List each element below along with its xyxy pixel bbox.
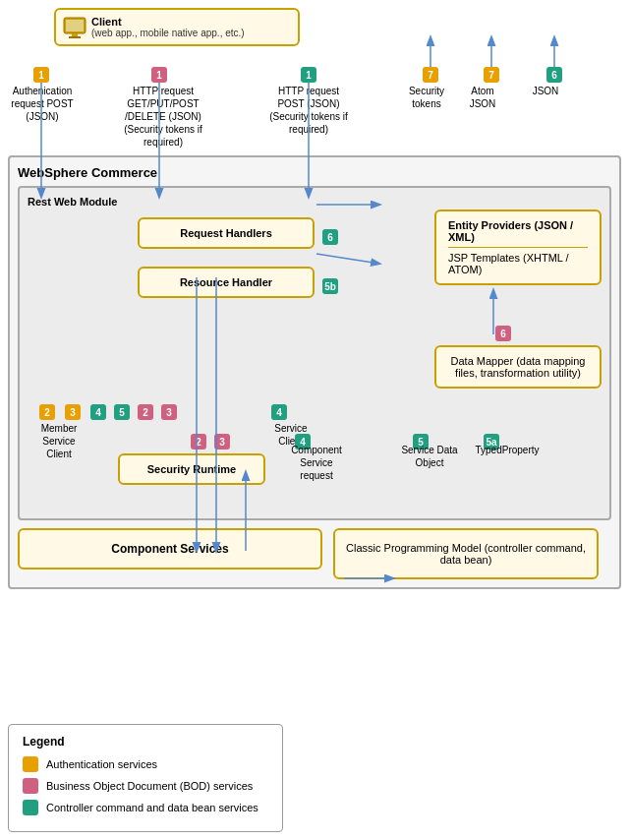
entity-providers-label: Entity Providers (JSON / XML)	[448, 219, 588, 248]
legend-box: Legend Authentication services Business …	[8, 724, 283, 832]
legend-dot-ctrl	[23, 800, 38, 815]
label-component-service-req: Component Service request	[283, 444, 350, 482]
badge-3b: 3	[161, 404, 177, 420]
client-box: Client (web app., mobile native app., et…	[54, 8, 300, 46]
badge-2a: 2	[39, 404, 55, 420]
classic-programming-box: Classic Programming Model (controller co…	[333, 528, 599, 579]
badge-4b: 4	[271, 404, 287, 420]
badge-3c: 3	[214, 434, 230, 450]
label-auth-request: Authenication request POST (JSON)	[8, 85, 77, 123]
rest-web-module-box: Rest Web Module Request Handlers Resourc…	[18, 186, 611, 520]
client-icon	[62, 16, 89, 43]
badge-7a-orange: 7	[423, 67, 438, 83]
badge-1-orange: 1	[33, 67, 49, 83]
badge-6-teal: 6	[546, 67, 562, 83]
legend-item-ctrl: Controller command and data bean service…	[23, 800, 268, 815]
websphere-commerce-box: WebSphere Commerce Rest Web Module Reque…	[8, 155, 621, 589]
entity-providers-box: Entity Providers (JSON / XML) JSP Templa…	[434, 210, 602, 285]
label-http-request: HTTP request GET/PUT/POST /DELETE (JSON)…	[124, 85, 202, 149]
legend-label-ctrl: Controller command and data bean service…	[46, 802, 258, 813]
label-member-service: Member Service Client	[29, 422, 88, 460]
legend-item-auth: Authentication services	[23, 756, 268, 772]
label-http-post: HTTP request POST (JSON) (Security token…	[269, 85, 348, 136]
legend-dot-auth	[23, 756, 38, 772]
svg-rect-2	[69, 36, 81, 38]
badge-5b: 5b	[322, 278, 338, 294]
rwm-title: Rest Web Module	[28, 196, 602, 208]
legend-label-auth: Authentication services	[46, 758, 157, 770]
badge-6-mapper: 6	[495, 326, 511, 341]
client-title: Client	[91, 16, 288, 28]
badge-4a: 4	[90, 404, 106, 420]
resource-handler-box: Resource Handler	[138, 267, 315, 298]
legend-label-bod: Business Object Document (BOD) services	[46, 780, 253, 792]
classic-programming-label: Classic Programming Model (controller co…	[346, 542, 586, 566]
badge-5a: 5	[114, 404, 130, 420]
label-security-tokens: Security tokens	[399, 85, 454, 110]
badge-6-inner: 6	[322, 229, 338, 245]
component-services-box: Component Services	[18, 528, 322, 570]
component-services-label: Component Services	[111, 542, 228, 556]
security-runtime-box: Security Runtime	[118, 453, 265, 485]
label-json: JSON	[526, 85, 565, 97]
websphere-title: WebSphere Commerce	[18, 165, 611, 180]
request-handlers-box: Request Handlers	[138, 217, 315, 249]
badge-2c: 2	[191, 434, 206, 450]
label-service-data-object: Service Data Object	[401, 444, 458, 469]
label-typed-property: TypedProperty	[472, 444, 543, 456]
jsp-templates-label: JSP Templates (XHTML / ATOM)	[448, 252, 588, 275]
badge-1-pink: 1	[151, 67, 167, 83]
legend-title: Legend	[23, 735, 268, 749]
data-mapper-label: Data Mapper (data mapping files, transfo…	[448, 355, 588, 379]
badge-2b: 2	[138, 404, 153, 420]
badge-1-teal: 1	[301, 67, 316, 83]
data-mapper-box: Data Mapper (data mapping files, transfo…	[434, 345, 602, 389]
label-atom-json: Atom JSON	[460, 85, 505, 110]
badge-7b-orange: 7	[484, 67, 499, 83]
legend-item-bod: Business Object Document (BOD) services	[23, 778, 268, 794]
client-subtitle: (web app., mobile native app., etc.)	[91, 28, 288, 38]
legend-dot-bod	[23, 778, 38, 794]
svg-rect-3	[66, 20, 84, 31]
badge-3a: 3	[65, 404, 81, 420]
